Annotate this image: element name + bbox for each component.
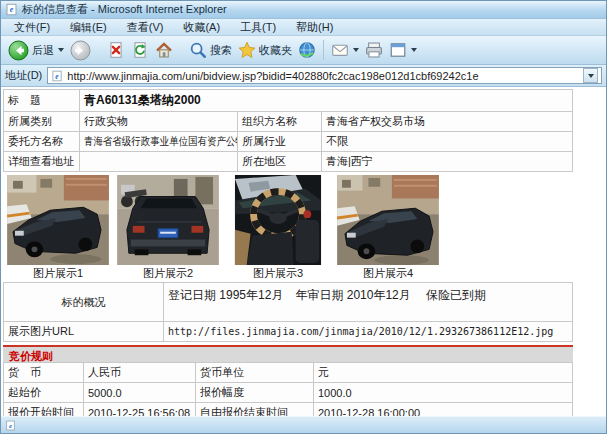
home-icon — [155, 41, 173, 59]
edit-dropdown-icon[interactable] — [411, 48, 417, 52]
start-price-label: 起始价 — [4, 383, 84, 403]
search-button[interactable]: 搜索 — [186, 39, 235, 61]
table-row: 起始价 5000.0 报价幅度 1000.0 — [4, 383, 573, 403]
region-value: 青海|西宁 — [322, 152, 573, 172]
currency-value: 人民币 — [84, 363, 196, 383]
free-bid-end-time-label: 自由报价结束时间 — [196, 403, 314, 417]
view-address-value — [80, 152, 238, 172]
toolbar: 后退 — [1, 36, 606, 65]
menu-bar: 文件(F) 编辑(E) 查看(V) 收藏(A) 工具(T) 帮助(H) — [1, 19, 606, 36]
currency-label: 货 币 — [4, 363, 84, 383]
search-icon — [189, 41, 207, 59]
photo-caption-4: 图片展示4 — [333, 266, 443, 280]
address-dropdown-icon[interactable] — [583, 68, 598, 83]
bid-increment-label: 报价幅度 — [196, 383, 314, 403]
organizer-value: 青海省产权交易市场 — [322, 112, 573, 132]
currency-unit-label: 货币单位 — [196, 363, 314, 383]
category-label: 所属类别 — [4, 112, 80, 132]
menu-item-edit[interactable]: 编辑(E) — [60, 19, 117, 36]
photo-cell: 图片展示3 — [223, 175, 333, 280]
favorites-icon — [238, 41, 256, 59]
subject-title-value: 青A60131桑塔纳2000 — [80, 90, 573, 112]
table-row: 标 题 青A60131桑塔纳2000 — [4, 90, 573, 112]
edit-icon — [389, 41, 407, 59]
photo-strip: 图片展示1 — [3, 175, 573, 280]
category-value: 行政实物 — [80, 112, 238, 132]
stop-button[interactable] — [104, 39, 128, 61]
image-url-label: 展示图片URL — [4, 322, 164, 342]
window-title: 标的信息查看 - Microsoft Internet Explorer — [22, 2, 227, 17]
mail-icon — [331, 41, 349, 59]
back-button[interactable]: 后退 — [5, 38, 67, 63]
car-photo-2 — [116, 175, 220, 265]
history-button[interactable] — [295, 39, 319, 61]
menu-item-file[interactable]: 文件(F) — [4, 19, 60, 36]
photo-cell: 图片展示1 — [3, 175, 113, 280]
bid-rules-table: 货 币 人民币 货币单位 元 起始价 5000.0 报价幅度 1000.0 报价… — [3, 362, 573, 416]
favorites-button[interactable]: 收藏夹 — [235, 39, 295, 61]
bid-start-time-value: 2010-12-25 16:56:08 — [84, 403, 196, 417]
table-row: 展示图片URL http://files.jinmajia.com/jinmaj… — [4, 322, 573, 342]
photo-cell: 图片展示2 — [113, 175, 223, 280]
car-photo-1 — [6, 175, 110, 265]
summary-table: 标的概况 登记日期 1995年12月 年审日期 2010年12月 保险已到期 展… — [3, 282, 573, 342]
info-table: 标 题 青A60131桑塔纳2000 所属类别 行政实物 组织方名称 青海省产权… — [3, 89, 573, 172]
subject-title-label: 标 题 — [4, 90, 80, 112]
address-url: http://www.jinmajia.com/uni/bidview.jsp?… — [67, 70, 579, 82]
bid-increment-value: 1000.0 — [314, 383, 573, 403]
menu-item-help[interactable]: 帮助(H) — [286, 19, 343, 36]
ie-icon: e — [5, 3, 18, 16]
car-photo-3 — [234, 175, 322, 265]
address-label: 地址(D) — [5, 68, 42, 83]
print-icon — [365, 41, 383, 59]
statusbar-ie-icon: e — [5, 420, 16, 431]
back-label: 后退 — [32, 43, 54, 58]
address-input[interactable]: e http://www.jinmajia.com/uni/bidview.js… — [47, 67, 602, 84]
region-label: 所在地区 — [238, 152, 322, 172]
image-url-value: http://files.jinmajia.com/jinmajia/2010/… — [164, 322, 573, 342]
svg-text:e: e — [10, 5, 14, 14]
photo-caption-2: 图片展示2 — [113, 266, 223, 280]
consignor-value: 青海省省级行政事业单位国有资产公物仓 — [80, 132, 238, 152]
bid-start-time-label: 报价开始时间 — [4, 403, 84, 417]
forward-icon — [70, 40, 91, 61]
menu-item-view[interactable]: 查看(V) — [117, 19, 174, 36]
print-button[interactable] — [362, 39, 386, 61]
back-icon — [8, 40, 29, 61]
status-bar: e — [1, 416, 606, 433]
table-row: 所属类别 行政实物 组织方名称 青海省产权交易市场 — [4, 112, 573, 132]
photo-cell: 图片展示4 — [333, 175, 443, 280]
page-content: 标 题 青A60131桑塔纳2000 所属类别 行政实物 组织方名称 青海省产权… — [1, 87, 606, 416]
svg-text:e: e — [9, 421, 12, 428]
edit-button[interactable] — [386, 39, 420, 61]
industry-label: 所属行业 — [238, 132, 322, 152]
menu-item-tools[interactable]: 工具(T) — [230, 19, 286, 36]
back-dropdown-icon[interactable] — [58, 48, 64, 52]
browser-window: e 标的信息查看 - Microsoft Internet Explorer 文… — [0, 0, 607, 434]
table-row: 标的概况 登记日期 1995年12月 年审日期 2010年12月 保险已到期 — [4, 283, 573, 322]
table-row: 货 币 人民币 货币单位 元 — [4, 363, 573, 383]
table-row: 委托方名称 青海省省级行政事业单位国有资产公物仓 所属行业 不限 — [4, 132, 573, 152]
forward-button[interactable] — [67, 38, 94, 63]
start-price-value: 5000.0 — [84, 383, 196, 403]
table-row: 详细查看地址 所在地区 青海|西宁 — [4, 152, 573, 172]
address-bar: 地址(D) e http://www.jinmajia.com/uni/bidv… — [1, 65, 606, 87]
stop-icon — [107, 41, 125, 59]
address-page-icon: e — [51, 70, 63, 82]
summary-value: 登记日期 1995年12月 年审日期 2010年12月 保险已到期 — [164, 283, 573, 322]
refresh-icon — [131, 41, 149, 59]
mail-button[interactable] — [328, 39, 362, 61]
photo-caption-3: 图片展示3 — [223, 266, 333, 280]
car-photo-4 — [337, 175, 439, 265]
view-address-label: 详细查看地址 — [4, 152, 80, 172]
free-bid-end-time-value: 2010-12-28 16:00:00 — [314, 403, 573, 417]
table-row: 报价开始时间 2010-12-25 16:56:08 自由报价结束时间 2010… — [4, 403, 573, 417]
history-icon — [298, 41, 316, 59]
mail-dropdown-icon[interactable] — [353, 48, 359, 52]
favorites-label: 收藏夹 — [259, 43, 292, 58]
home-button[interactable] — [152, 39, 176, 61]
refresh-button[interactable] — [128, 39, 152, 61]
industry-value: 不限 — [322, 132, 573, 152]
menu-item-favorites[interactable]: 收藏(A) — [173, 19, 230, 36]
search-label: 搜索 — [210, 43, 232, 58]
